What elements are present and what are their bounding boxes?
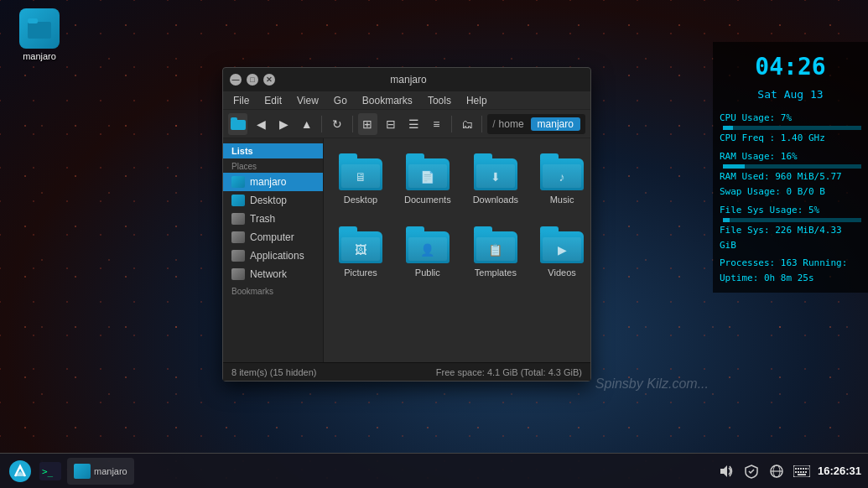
sidebar-item-computer[interactable]: Computer bbox=[223, 228, 323, 247]
sidebar-item-manjaro[interactable]: manjaro bbox=[223, 173, 323, 191]
window-maximize-button[interactable]: □ bbox=[247, 74, 258, 86]
toolbar-back-button[interactable]: ◀ bbox=[251, 113, 270, 135]
svg-text:>_: >_ bbox=[42, 466, 54, 477]
folder-pictures-icon: 🖼 bbox=[339, 226, 382, 263]
folder-documents-label: Documents bbox=[404, 195, 451, 205]
folder-documents[interactable]: 📄 Documents bbox=[398, 147, 458, 211]
sidebar-icon-manjaro bbox=[231, 176, 245, 188]
sidebar-icon-apps bbox=[231, 250, 245, 262]
systray-volume-icon[interactable] bbox=[717, 462, 735, 480]
svg-rect-1 bbox=[28, 18, 38, 23]
breadcrumb: / home manjaro bbox=[487, 114, 585, 134]
sidebar-item-network[interactable]: Network bbox=[223, 265, 323, 283]
sysmon-ram-usage-label: RAM Usage: 16% bbox=[720, 149, 861, 164]
taskbar: >_ manjaro bbox=[0, 453, 868, 488]
toolbar-view-details-button[interactable]: ≡ bbox=[427, 113, 446, 135]
menu-bookmarks[interactable]: Bookmarks bbox=[356, 93, 419, 108]
folder-documents-icon: 📄 bbox=[406, 153, 450, 190]
folder-templates[interactable]: 📋 Templates bbox=[466, 220, 525, 284]
systray-shield-icon[interactable] bbox=[742, 462, 761, 480]
toolbar-view-compact-button[interactable]: ⊟ bbox=[381, 113, 400, 135]
svg-rect-16 bbox=[805, 468, 807, 470]
toolbar-refresh-button[interactable]: ↻ bbox=[327, 113, 346, 135]
taskbar-terminal-button[interactable]: >_ bbox=[37, 458, 64, 485]
svg-rect-19 bbox=[798, 471, 799, 473]
sidebar-lists-bar[interactable]: Lists bbox=[223, 143, 323, 158]
breadcrumb-separator: / bbox=[492, 118, 495, 130]
sidebar-item-manjaro-label: manjaro bbox=[250, 176, 286, 188]
folder-documents-symbol: 📄 bbox=[420, 170, 434, 184]
toolbar-view-icons-button[interactable]: ⊞ bbox=[358, 113, 377, 135]
sysmon-ram-usage-val: 16% bbox=[781, 151, 798, 162]
sidebar-icon-trash bbox=[231, 213, 245, 225]
svg-rect-17 bbox=[808, 468, 808, 470]
folder-grid: 🖥 Desktop 📄 Documents bbox=[332, 147, 582, 284]
folder-videos-symbol: ▶ bbox=[558, 243, 567, 257]
toolbar-folder-button[interactable] bbox=[228, 113, 247, 135]
file-manager-window: — □ ✕ manjaro File Edit View Go Bookmark… bbox=[222, 67, 591, 382]
taskbar-manjaro-button[interactable] bbox=[7, 458, 34, 485]
sidebar-item-network-label: Network bbox=[250, 268, 287, 280]
svg-rect-14 bbox=[800, 468, 802, 470]
folder-music[interactable]: ♪ Music bbox=[533, 147, 590, 211]
folder-music-symbol: ♪ bbox=[559, 170, 565, 184]
fm-statusbar: 8 item(s) (15 hidden) Free space: 4.1 Gi… bbox=[223, 362, 590, 381]
sidebar-bookmarks-label: Bookmarks bbox=[223, 283, 323, 298]
svg-rect-12 bbox=[795, 468, 797, 470]
folder-downloads[interactable]: ⬇ Downloads bbox=[466, 147, 525, 211]
sysmon-cpu-freq: CPU Freq : 1.40 GHz bbox=[720, 131, 861, 146]
folder-pictures[interactable]: 🖼 Pictures bbox=[332, 220, 389, 284]
svg-rect-0 bbox=[28, 22, 51, 39]
desktop-icon-label: manjaro bbox=[23, 51, 56, 61]
folder-desktop-icon: 🖥 bbox=[339, 153, 382, 190]
desktop-icon-manjaro[interactable]: manjaro bbox=[10, 8, 69, 61]
sidebar-item-applications[interactable]: Applications bbox=[223, 247, 323, 265]
menu-view[interactable]: View bbox=[290, 93, 325, 108]
taskbar-clock: 16:26:31 bbox=[818, 465, 861, 477]
window-close-button[interactable]: ✕ bbox=[263, 74, 275, 86]
folder-videos-label: Videos bbox=[548, 267, 575, 278]
sysmon-filesys-size: File Sys: 226 MiB/4.33 GiB bbox=[720, 223, 861, 252]
folder-public[interactable]: 👤 Public bbox=[398, 220, 458, 284]
menu-file[interactable]: File bbox=[226, 93, 256, 108]
sidebar-icon-desktop bbox=[231, 195, 245, 206]
sidebar-item-desktop[interactable]: Desktop bbox=[223, 191, 323, 210]
sidebar-places-label: Places bbox=[223, 158, 323, 173]
menu-edit[interactable]: Edit bbox=[257, 93, 288, 108]
sidebar-item-computer-label: Computer bbox=[250, 231, 294, 243]
svg-rect-22 bbox=[805, 471, 807, 473]
sidebar-item-trash[interactable]: Trash bbox=[223, 210, 323, 228]
fm-content: 🖥 Desktop 📄 Documents bbox=[324, 138, 590, 362]
folder-videos[interactable]: ▶ Videos bbox=[533, 220, 590, 284]
toolbar-view-list-button[interactable]: ☰ bbox=[403, 113, 423, 135]
taskbar-filemanager-active[interactable]: manjaro bbox=[67, 458, 134, 485]
menu-go[interactable]: Go bbox=[327, 93, 354, 108]
sidebar-item-desktop-label: Desktop bbox=[250, 195, 287, 206]
folder-videos-icon: ▶ bbox=[540, 226, 584, 263]
svg-rect-21 bbox=[803, 471, 804, 473]
toolbar-up-button[interactable]: ▲ bbox=[297, 113, 316, 135]
breadcrumb-active[interactable]: manjaro bbox=[531, 117, 580, 131]
systray-keyboard-icon[interactable] bbox=[793, 462, 811, 480]
folder-pictures-symbol: 🖼 bbox=[355, 243, 366, 257]
breadcrumb-home[interactable]: home bbox=[499, 118, 524, 130]
fm-menubar: File Edit View Go Bookmarks Tools Help bbox=[223, 91, 590, 110]
window-controls: — □ ✕ bbox=[230, 74, 275, 86]
fm-body: Lists Places manjaro Desktop Trash Compu… bbox=[223, 138, 590, 362]
folder-desktop-symbol: 🖥 bbox=[355, 170, 366, 184]
svg-marker-7 bbox=[720, 465, 727, 477]
window-minimize-button[interactable]: — bbox=[230, 74, 242, 86]
folder-downloads-label: Downloads bbox=[473, 195, 518, 205]
toolbar-forward-button[interactable]: ▶ bbox=[274, 113, 294, 135]
toolbar-places-button[interactable]: 🗂 bbox=[457, 113, 476, 135]
menu-help[interactable]: Help bbox=[460, 93, 494, 108]
sysmon-ram-used: RAM Used: 960 MiB/5.77 bbox=[720, 169, 861, 184]
folder-public-symbol: 👤 bbox=[420, 243, 434, 257]
desktop-icon-image bbox=[19, 8, 60, 49]
sysmon-filesys-val: 5% bbox=[808, 205, 819, 215]
systray-network-icon[interactable] bbox=[767, 462, 786, 480]
menu-tools[interactable]: Tools bbox=[421, 93, 458, 108]
taskbar-systray: 16:26:31 bbox=[717, 462, 861, 480]
sysmon-filesys-usage: File Sys Usage: 5% bbox=[720, 203, 861, 218]
folder-desktop[interactable]: 🖥 Desktop bbox=[332, 147, 389, 211]
